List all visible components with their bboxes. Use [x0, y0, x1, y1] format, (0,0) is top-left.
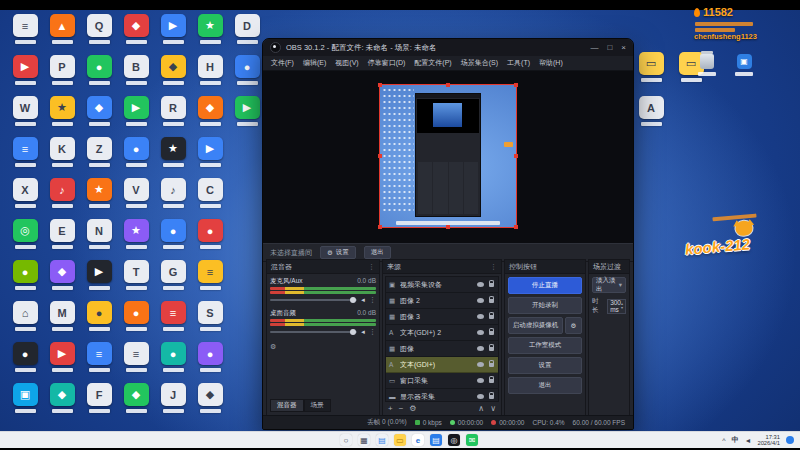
- menu-item[interactable]: 帮助(H): [539, 58, 563, 68]
- visibility-icon[interactable]: [477, 314, 484, 319]
- channel-options-icon[interactable]: ⋮: [369, 328, 376, 336]
- desktop-icon[interactable]: ●: [232, 55, 262, 85]
- volume-icon[interactable]: ◄: [744, 437, 751, 444]
- selection-handle[interactable]: [514, 225, 518, 229]
- visibility-icon[interactable]: [477, 378, 484, 383]
- desktop-icon[interactable]: ◆: [158, 55, 188, 85]
- visibility-icon[interactable]: [477, 298, 484, 303]
- minimize-button[interactable]: —: [590, 44, 598, 52]
- source-row[interactable]: ▦图像 3: [386, 309, 498, 325]
- desktop-icon[interactable]: ●: [158, 342, 188, 372]
- mixer-header[interactable]: 混音器 ⋮: [267, 260, 379, 274]
- selection-handle[interactable]: [378, 225, 382, 229]
- channel-options-icon[interactable]: ⋮: [369, 296, 376, 304]
- selection-handle[interactable]: [514, 83, 518, 87]
- notification-icon[interactable]: [786, 436, 794, 444]
- control-button-5[interactable]: 退出: [508, 377, 582, 394]
- desktop-icon[interactable]: ▶: [158, 14, 188, 44]
- maximize-button[interactable]: □: [607, 44, 612, 52]
- sources-header[interactable]: 来源 ⋮: [383, 260, 501, 274]
- desktop-icon[interactable]: Q: [84, 14, 114, 44]
- volume-slider[interactable]: [270, 299, 357, 301]
- taskbar-clock[interactable]: 17:31 2026/4/1: [757, 434, 780, 447]
- desktop-icon[interactable]: ≡: [10, 14, 40, 44]
- desktop-icon[interactable]: ●: [84, 55, 114, 85]
- lock-icon[interactable]: [489, 379, 494, 383]
- lock-icon[interactable]: [489, 363, 494, 367]
- recycle-bin[interactable]: [696, 54, 718, 76]
- lock-icon[interactable]: [489, 283, 494, 287]
- preview-canvas[interactable]: [263, 71, 633, 243]
- visibility-icon[interactable]: [477, 362, 484, 367]
- desktop-icon[interactable]: M: [47, 301, 77, 331]
- desktop-icon[interactable]: ♪: [47, 178, 77, 208]
- vcam-config-button[interactable]: ⚙: [565, 317, 582, 334]
- desktop-icon[interactable]: ◆: [47, 383, 77, 413]
- ime-indicator[interactable]: 中: [731, 435, 738, 445]
- source-row[interactable]: A文本(GDI+) 2: [386, 325, 498, 341]
- desktop-icon[interactable]: ★: [158, 137, 188, 167]
- selection-handle[interactable]: [446, 225, 450, 229]
- desktop-icon[interactable]: ▭: [636, 52, 666, 82]
- desktop-icon[interactable]: K: [47, 137, 77, 167]
- menu-item[interactable]: 配置文件(P): [414, 58, 451, 68]
- desktop-icon[interactable]: Z: [84, 137, 114, 167]
- transitions-header[interactable]: 场景过渡: [589, 260, 629, 274]
- desktop-icon[interactable]: ▶: [47, 342, 77, 372]
- lock-icon[interactable]: [489, 395, 494, 399]
- desktop-icon[interactable]: X: [10, 178, 40, 208]
- desktop-icon[interactable]: ●: [121, 137, 151, 167]
- desktop-icon[interactable]: ◆: [195, 96, 225, 126]
- visibility-icon[interactable]: [477, 330, 484, 335]
- source-row[interactable]: ▣视频采集设备: [386, 277, 498, 293]
- preview-capture[interactable]: [379, 84, 517, 228]
- close-button[interactable]: ×: [621, 44, 626, 52]
- edge-button[interactable]: e: [412, 434, 424, 446]
- dock-menu-icon[interactable]: ⋮: [490, 263, 497, 271]
- plugin-exit-button[interactable]: 退出: [364, 246, 391, 259]
- desktop-icon[interactable]: ▲: [47, 14, 77, 44]
- desktop-icon[interactable]: ●: [158, 219, 188, 249]
- start-button[interactable]: [322, 434, 334, 446]
- desktop-icon[interactable]: J: [158, 383, 188, 413]
- source-row[interactable]: ▦图像: [386, 341, 498, 357]
- desktop-icon[interactable]: ▶: [195, 137, 225, 167]
- dock-menu-icon[interactable]: ⋮: [368, 263, 375, 271]
- desktop-icon[interactable]: ▶: [84, 260, 114, 290]
- spin-down-icon[interactable]: ▾: [621, 306, 623, 310]
- menu-item[interactable]: 停靠窗口(D): [368, 58, 406, 68]
- desktop-icon[interactable]: V: [121, 178, 151, 208]
- desktop-icon[interactable]: D: [232, 14, 262, 44]
- selection-handle[interactable]: [378, 154, 382, 158]
- desktop-icon[interactable]: ⌂: [10, 301, 40, 331]
- desktop-icon[interactable]: ◎: [10, 219, 40, 249]
- speaker-icon[interactable]: ◄: [360, 329, 366, 335]
- selection-handle[interactable]: [446, 83, 450, 87]
- desktop-icon[interactable]: G: [158, 260, 188, 290]
- lock-icon[interactable]: [489, 347, 494, 351]
- desktop-icon[interactable]: ●: [10, 260, 40, 290]
- control-button-0[interactable]: 停止直播: [508, 277, 582, 294]
- desktop-icon[interactable]: T: [121, 260, 151, 290]
- desktop-icon[interactable]: R: [158, 96, 188, 126]
- desktop-icon[interactable]: E: [47, 219, 77, 249]
- speaker-icon[interactable]: ◄: [360, 297, 366, 303]
- mixer-gear-icon[interactable]: ⚙: [270, 343, 276, 351]
- desktop-icon[interactable]: W: [10, 96, 40, 126]
- desktop-icon[interactable]: ◆: [84, 96, 114, 126]
- desktop-icon[interactable]: ◆: [121, 14, 151, 44]
- search-button[interactable]: ○: [340, 434, 352, 446]
- move-down-button[interactable]: ∨: [490, 404, 496, 413]
- add-source-button[interactable]: +: [388, 404, 393, 413]
- desktop-icon[interactable]: H: [195, 55, 225, 85]
- desktop-icon[interactable]: A: [636, 96, 666, 126]
- tab-scenes[interactable]: 场景: [304, 399, 331, 412]
- desktop-icon[interactable]: ≡: [195, 260, 225, 290]
- plugin-settings-button[interactable]: ⚙ 设置: [320, 246, 356, 259]
- visibility-icon[interactable]: [477, 346, 484, 351]
- control-button-3[interactable]: 工作室模式: [508, 337, 582, 354]
- lock-icon[interactable]: [489, 315, 494, 319]
- desktop-icon[interactable]: ▶: [232, 96, 262, 126]
- desktop-icon[interactable]: ★: [84, 178, 114, 208]
- source-row[interactable]: A文本(GDI+): [386, 357, 498, 373]
